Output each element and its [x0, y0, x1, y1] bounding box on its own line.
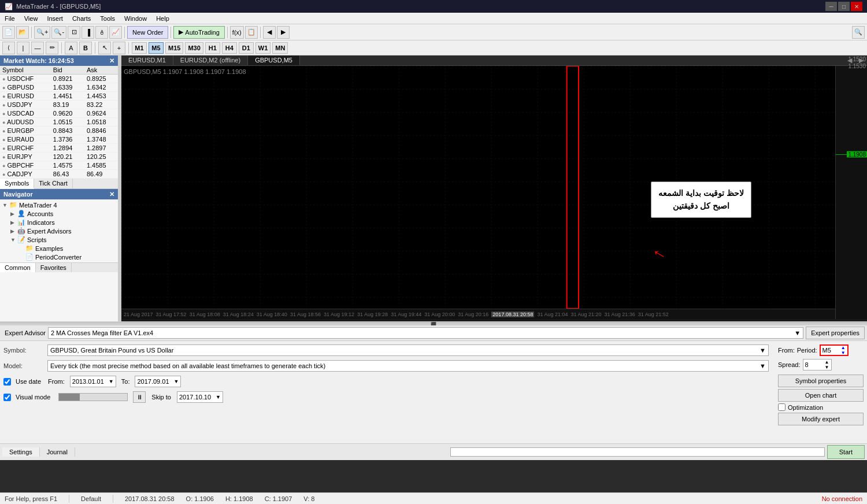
chart-tab-eurusd-m2[interactable]: EURUSD,M2 (offline) — [173, 55, 248, 65]
period-input[interactable]: M5 ▲▼ — [820, 344, 849, 356]
tab-journal[interactable]: Journal — [40, 447, 75, 457]
symbol-dropdown[interactable]: GBPUSD, Great Britain Pound vs US Dollar… — [47, 344, 769, 356]
chart-canvas[interactable]: GBPUSD,M5 1.1907 1.1908 1.1907 1.1908 1.… — [121, 66, 867, 319]
to-date-input[interactable]: 2017.09.01▼ — [135, 376, 181, 387]
scroll-left-button[interactable]: ◀ — [263, 26, 276, 39]
nav-item[interactable]: ▶🤖Expert Advisors — [0, 227, 118, 235]
tf-cursor-button[interactable]: ↖ — [98, 42, 111, 54]
mw-tab-tick[interactable]: Tick Chart — [34, 179, 73, 188]
tf-m30[interactable]: M30 — [185, 42, 203, 54]
status-default: Default — [81, 495, 101, 502]
template-button[interactable]: 📋 — [245, 26, 258, 39]
tf-m5[interactable]: M5 — [149, 42, 164, 54]
tf-crosshair-button[interactable]: + — [113, 42, 125, 54]
tf-bold-button[interactable]: B — [79, 42, 92, 54]
tf-h1[interactable]: H1 — [205, 42, 220, 54]
speed-slider[interactable] — [58, 393, 128, 401]
navigator-close[interactable]: ✕ — [109, 191, 114, 198]
tf-dash-button[interactable]: — — [31, 42, 44, 54]
nav-item[interactable]: ▶📊Indicators — [0, 218, 118, 227]
nav-item[interactable]: ▼📁MetaTrader 4 — [0, 201, 118, 209]
menu-tools[interactable]: Tools — [95, 14, 120, 23]
mw-cell-ask: 1.0518 — [84, 118, 118, 127]
chart-bar-button[interactable]: ▐ — [81, 26, 94, 39]
menu-file[interactable]: File — [0, 14, 20, 23]
model-dropdown[interactable]: Every tick (the most precise method base… — [47, 360, 769, 372]
nav-item[interactable]: ▶👤Accounts — [0, 209, 118, 218]
mw-row[interactable]: ● GBPCHF 1.4575 1.4585 — [0, 161, 118, 170]
spread-input[interactable]: 8 ▲▼ — [803, 359, 832, 370]
mw-row[interactable]: ● EURUSD 1.4451 1.4453 — [0, 92, 118, 101]
tf-draw-button[interactable]: ✏ — [46, 42, 58, 54]
mw-row[interactable]: ● EURJPY 120.21 120.25 — [0, 153, 118, 161]
indicator-button[interactable]: f(x) — [230, 26, 244, 39]
mw-row[interactable]: ● EURAUD 1.3736 1.3748 — [0, 135, 118, 144]
zoom-reset-button[interactable]: ⊡ — [68, 26, 80, 39]
visual-mode-checkbox[interactable] — [3, 394, 11, 401]
from-date-input[interactable]: 2013.01.01▼ — [70, 376, 116, 387]
tf-m15[interactable]: M15 — [165, 42, 183, 54]
menu-insert[interactable]: Insert — [42, 14, 68, 23]
close-button[interactable]: ✕ — [851, 2, 862, 11]
chart-tab-eurusd-m1[interactable]: EURUSD,M1 — [121, 55, 173, 65]
spread-stepper[interactable]: ▲▼ — [825, 360, 829, 370]
search-button[interactable]: 🔍 — [852, 26, 865, 39]
modify-expert-button[interactable]: Modify expert — [778, 413, 864, 425]
nav-tab-common[interactable]: Common — [0, 263, 36, 272]
nav-item[interactable]: 📁Examples — [0, 244, 118, 253]
nav-item[interactable]: 📄PeriodConverter — [0, 253, 118, 261]
tf-mn[interactable]: MN — [272, 42, 288, 54]
open-chart-button[interactable]: Open chart — [778, 389, 864, 402]
tab-settings[interactable]: Settings — [2, 447, 40, 457]
mw-row[interactable]: ● USDCAD 0.9620 0.9624 — [0, 109, 118, 118]
mw-cell-ask: 120.25 — [84, 153, 118, 161]
nav-tab-favorites[interactable]: Favorites — [36, 263, 72, 272]
market-watch-close[interactable]: ✕ — [109, 57, 114, 65]
to-label: To: — [121, 378, 130, 385]
open-button[interactable]: 📂 — [16, 26, 29, 39]
menu-charts[interactable]: Charts — [68, 14, 95, 23]
nav-item-label: PeriodConverter — [35, 254, 81, 261]
chart-candle-button[interactable]: 🕯 — [95, 26, 108, 39]
minimize-button[interactable]: ─ — [825, 2, 837, 11]
tf-line-button[interactable]: | — [17, 42, 29, 54]
skip-to-input[interactable]: 2017.10.10▼ — [177, 391, 223, 403]
zoom-in-button[interactable]: 🔍+ — [34, 26, 50, 39]
optimization-checkbox[interactable] — [778, 403, 786, 411]
symbol-properties-button[interactable]: Symbol properties — [778, 375, 864, 387]
tf-h4[interactable]: H4 — [222, 42, 237, 54]
maximize-button[interactable]: □ — [838, 2, 850, 11]
mw-tab-symbols[interactable]: Symbols — [0, 179, 34, 189]
tf-w1[interactable]: W1 — [255, 42, 271, 54]
new-chart-button[interactable]: 📄 — [2, 26, 15, 39]
ea-dropdown[interactable]: 2 MA Crosses Mega filter EA V1.ex4 ▼ — [48, 327, 803, 339]
mw-row[interactable]: ● USDJPY 83.19 83.22 — [0, 101, 118, 109]
start-button[interactable]: Start — [827, 445, 865, 459]
autotrading-button[interactable]: ▶ AutoTrading — [173, 26, 225, 39]
chart-tab-gbpusd-m5[interactable]: GBPUSD,M5 — [248, 55, 300, 65]
nav-item[interactable]: ▼📝Scripts — [0, 235, 118, 244]
mw-row[interactable]: ● USDCHF 0.8921 0.8925 — [0, 75, 118, 83]
mw-cell-bid: 1.4451 — [51, 92, 84, 101]
nav-item-icon: 📝 — [17, 236, 25, 243]
chart-line-button[interactable]: 📈 — [109, 26, 122, 39]
menu-window[interactable]: Window — [120, 14, 151, 23]
expert-properties-button[interactable]: Expert properties — [806, 327, 865, 339]
menu-view[interactable]: View — [20, 14, 43, 23]
mw-row[interactable]: ● AUDUSD 1.0515 1.0518 — [0, 118, 118, 127]
mw-row[interactable]: ● CADJPY 86.43 86.49 — [0, 170, 118, 179]
new-order-button[interactable]: New Order — [127, 26, 168, 39]
mw-row[interactable]: ● EURGBP 0.8843 0.8846 — [0, 127, 118, 135]
pause-button[interactable]: ⏸ — [133, 391, 146, 403]
scroll-right-button[interactable]: ▶ — [277, 26, 290, 39]
tf-text-button[interactable]: A — [65, 42, 77, 54]
period-stepper[interactable]: ▲▼ — [841, 345, 846, 355]
mw-row[interactable]: ● GBPUSD 1.6339 1.6342 — [0, 83, 118, 92]
use-date-checkbox[interactable] — [3, 378, 11, 386]
zoom-out-button[interactable]: 🔍- — [51, 26, 66, 39]
tf-d1[interactable]: D1 — [239, 42, 254, 54]
mw-row[interactable]: ● EURCHF 1.2894 1.2897 — [0, 144, 118, 153]
menu-help[interactable]: Help — [151, 14, 174, 23]
tf-arrow-left[interactable]: ⟨ — [2, 42, 15, 54]
tf-m1[interactable]: M1 — [132, 42, 147, 54]
